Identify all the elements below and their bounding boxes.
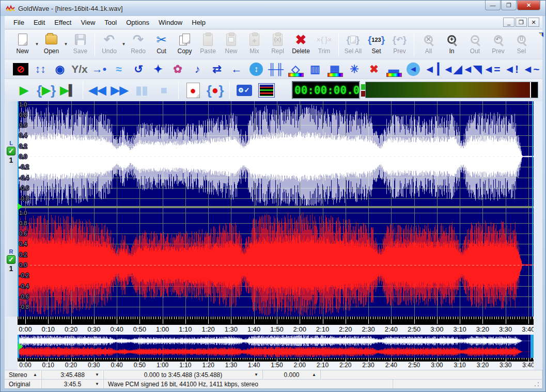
close-button[interactable]: ✕ — [517, 1, 540, 10]
title-bar[interactable]: GoldWave - [hires-16bit-44.1k.wav] — ❐ ✕ — [1, 1, 546, 16]
time-label: 1:50 — [266, 362, 288, 369]
menu-file[interactable]: File — [9, 17, 29, 28]
status-segment[interactable]: 0.000 to 3:45.488 (3:45.488)▼ — [104, 370, 263, 379]
play-to-end-button[interactable]: ▶▍ — [57, 81, 80, 100]
pan-effect-icon[interactable]: ↕ — [247, 61, 265, 77]
noise-reduction-effect-icon[interactable]: ✖ — [365, 61, 383, 77]
doppler-effect-icon[interactable]: ↕↕ — [32, 61, 49, 77]
channel-strip: L✓1R✓1 — [5, 101, 18, 317]
channel-l-checkbox[interactable]: ✓ — [7, 147, 15, 155]
time-label: 1:30 — [220, 362, 242, 369]
menu-help[interactable]: Help — [187, 17, 210, 28]
status-segment[interactable]: 0.000▲ — [263, 370, 321, 379]
record-selection-button[interactable]: {●} — [204, 81, 226, 100]
new-button[interactable]: New — [11, 31, 34, 58]
shape-volume-effect-icon[interactable]: ◄~ — [522, 61, 540, 77]
time-label: 0:40 — [105, 325, 128, 333]
fade-in-effect-icon[interactable]: ◄◢ — [444, 61, 461, 77]
waveform-view[interactable] — [18, 101, 534, 317]
undo-dropdown[interactable]: ▼ — [121, 31, 127, 58]
copy-button[interactable]: Copy — [173, 31, 196, 58]
mdi-minimize-button[interactable]: _ — [503, 18, 514, 27]
spectrum-filter-effect-icon[interactable]: ▦ — [326, 61, 344, 77]
time-label: 2:30 — [357, 362, 380, 369]
volume-effect-icon[interactable]: ◄ — [404, 61, 422, 77]
play-button[interactable]: ▶ — [13, 81, 35, 100]
toolbar-overflow-chevron[interactable] — [539, 33, 543, 37]
delete-button[interactable]: ✖Delete — [289, 31, 313, 58]
status-segment[interactable]: 3:45.488▼ — [42, 370, 104, 379]
status-dropdown-arrow[interactable]: ▼ — [95, 372, 99, 377]
play-position-marker[interactable] — [18, 203, 23, 210]
time-label: 1:50 — [266, 325, 288, 333]
fade-out-effect-icon[interactable]: ◄◥ — [463, 61, 481, 77]
control-properties-button[interactable] — [255, 81, 277, 100]
status-dropdown-arrow[interactable]: ▼ — [254, 372, 258, 377]
time-ruler[interactable] — [18, 317, 534, 325]
filter-effect-icon[interactable]: ◇ — [287, 61, 304, 77]
reverse-effect-icon[interactable]: ↺ — [130, 61, 147, 77]
play-selection-button[interactable]: {▶} — [35, 81, 57, 100]
select-all-button: {}Sel All — [341, 31, 365, 58]
match-volume-effect-icon[interactable]: ◄= — [483, 61, 501, 77]
goldwave-window: GoldWave - [hires-16bit-44.1k.wav] — ❐ ✕… — [0, 0, 546, 392]
channel-r-checkbox[interactable]: ✓ — [7, 255, 15, 264]
time-label: 3:20 — [471, 325, 494, 333]
record-button[interactable]: ● — [182, 81, 204, 100]
pitch-effect-icon[interactable]: ♪ — [189, 61, 206, 77]
dynamics-effect-icon[interactable]: ◉ — [51, 61, 69, 77]
resize-grip[interactable] — [534, 382, 539, 387]
time-label: 2:00 — [288, 362, 311, 369]
overview-waveform[interactable] — [18, 335, 534, 358]
redo-button: ↷Redo — [127, 31, 150, 58]
minimize-button[interactable]: — — [485, 1, 501, 10]
mechanize-effect-icon[interactable]: ✦ — [149, 61, 167, 77]
expression-evaluator-effect-icon[interactable]: Y/x — [71, 61, 88, 77]
mute-effect-icon[interactable]: ⊘ — [12, 61, 29, 77]
zoom-prev-button: ↶Prev — [487, 31, 510, 58]
time-label: 2:10 — [311, 325, 334, 333]
menu-options[interactable]: Options — [121, 17, 154, 28]
status-dropdown-arrow[interactable]: ▲ — [312, 372, 316, 377]
status-segment[interactable]: 3:45.5▼ — [42, 380, 104, 388]
mdi-restore-button[interactable]: ❐ — [516, 18, 527, 27]
selection-end-marker[interactable] — [532, 101, 533, 317]
maximize-volume-effect-icon[interactable]: ◄! — [503, 61, 520, 77]
main-waveform-canvas[interactable] — [18, 101, 534, 317]
menu-view[interactable]: View — [76, 17, 100, 28]
set-selection-button[interactable]: {123}Set — [365, 31, 388, 58]
time-warp-effect-icon[interactable]: ← — [228, 61, 245, 77]
zoom-out-button: −Out — [463, 31, 487, 58]
rewind-button[interactable]: ◀◀ — [86, 81, 108, 100]
fast-forward-button[interactable]: ▶▶ — [108, 81, 131, 100]
zoom-in-button[interactable]: +In — [440, 31, 463, 58]
equalizer-effect-icon[interactable]: ╫╫ — [267, 61, 285, 77]
interpolate-effect-icon[interactable]: ✿ — [169, 61, 186, 77]
time-label: 1:10 — [174, 362, 197, 369]
time-label: 2:40 — [380, 362, 402, 369]
overview-play-marker[interactable] — [18, 343, 23, 350]
open-button[interactable]: Open — [40, 31, 63, 58]
new-dropdown[interactable]: ▼ — [34, 31, 40, 58]
cut-button[interactable]: ✂Cut — [150, 31, 173, 58]
menu-edit[interactable]: Edit — [29, 17, 50, 28]
smoother-effect-icon[interactable]: ▬ — [385, 61, 402, 77]
menu-tool[interactable]: Tool — [100, 17, 121, 28]
playback-rate-effect-icon[interactable]: ⇄ — [208, 61, 226, 77]
overview-ruler[interactable] — [18, 358, 534, 362]
noise-gate-effect-icon[interactable]: ▥ — [306, 61, 324, 77]
pop-removal-effect-icon[interactable]: ✳ — [346, 61, 363, 77]
status-segment[interactable]: Stereo▲ — [5, 370, 42, 379]
mdi-close-button[interactable]: ✕ — [528, 18, 539, 27]
overview-canvas[interactable] — [18, 335, 534, 358]
restore-button[interactable]: ❐ — [501, 1, 517, 10]
menu-effect[interactable]: Effect — [50, 17, 76, 28]
monitor-toggle-button[interactable]: ✓ — [233, 81, 255, 100]
menu-window[interactable]: Window — [154, 17, 187, 28]
status-dropdown-arrow[interactable]: ▼ — [95, 382, 99, 386]
flanger-effect-icon[interactable]: ≈ — [110, 61, 128, 77]
change-volume-effect-icon[interactable]: ◄┃ — [424, 61, 442, 77]
status-dropdown-arrow[interactable]: ▲ — [33, 372, 37, 377]
open-dropdown[interactable]: ▼ — [63, 31, 69, 58]
offset-effect-icon[interactable]: →• — [90, 61, 108, 77]
